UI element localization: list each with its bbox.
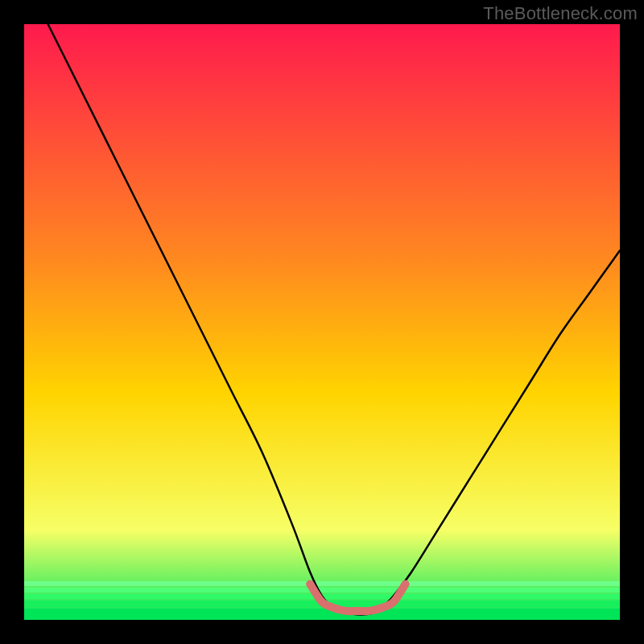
plot-area — [24, 24, 620, 620]
chart-svg — [24, 24, 620, 620]
chart-frame: TheBottleneck.com — [0, 0, 644, 644]
svg-rect-4 — [24, 609, 620, 620]
watermark-text: TheBottleneck.com — [483, 3, 638, 24]
gradient-background — [24, 24, 620, 620]
svg-rect-1 — [24, 588, 620, 592]
svg-rect-0 — [24, 581, 620, 586]
